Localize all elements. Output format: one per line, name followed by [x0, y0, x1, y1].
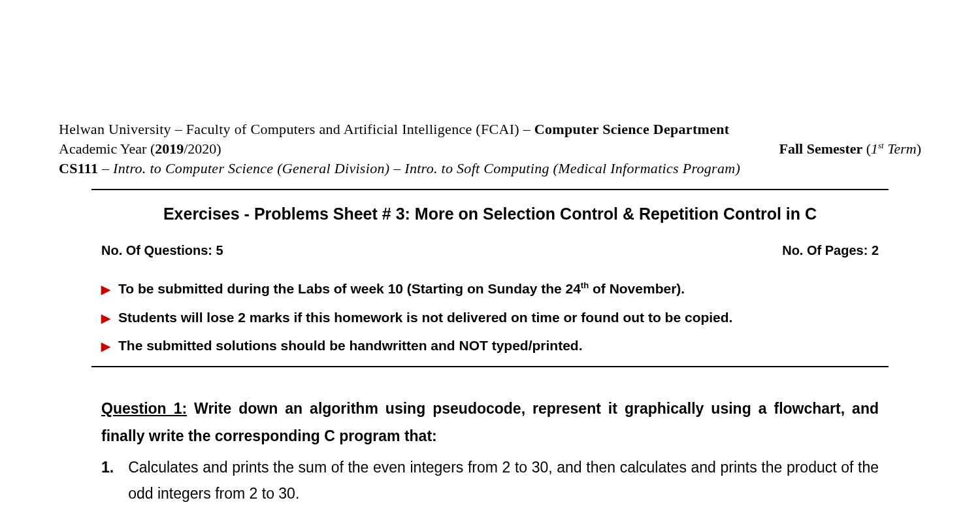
instruction-text: The submitted solutions should be handwr… — [118, 336, 583, 355]
question-prompt: Write down an algorithm using pseudocode… — [101, 400, 879, 445]
department-text: Computer Science Department — [534, 121, 730, 137]
triangle-icon: ▶ — [101, 339, 110, 355]
sub-item-text: Calculates and prints the sum of the eve… — [128, 454, 879, 507]
academic-year: Academic Year (2019/2020) — [59, 141, 221, 157]
instruction-item-3: ▶ The submitted solutions should be hand… — [101, 336, 879, 355]
semester: Fall Semester (1st Term) — [779, 141, 921, 157]
divider-line — [91, 366, 889, 367]
question-label: Question 1: — [101, 400, 187, 417]
sheet-meta-row: No. Of Questions: 5 No. Of Pages: 2 — [101, 243, 879, 258]
university-faculty-text: Helwan University – Faculty of Computers… — [59, 121, 534, 137]
num-pages: No. Of Pages: 2 — [782, 243, 879, 258]
instruction-item-2: ▶ Students will lose 2 marks if this hom… — [101, 308, 879, 327]
triangle-icon: ▶ — [101, 282, 110, 298]
question-1: Question 1: Write down an algorithm usin… — [101, 395, 879, 507]
header-line-1: Helwan University – Faculty of Computers… — [59, 121, 921, 138]
course-code: CS111 — [59, 160, 98, 176]
header-line-3: CS111 – Intro. to Computer Science (Gene… — [59, 160, 921, 177]
sub-item-number: 1. — [101, 454, 114, 507]
divider-line — [91, 189, 889, 190]
instruction-item-1: ▶ To be submitted during the Labs of wee… — [101, 279, 879, 298]
triangle-icon: ▶ — [101, 310, 110, 327]
document-page: Helwan University – Faculty of Computers… — [0, 0, 980, 506]
num-questions: No. Of Questions: 5 — [101, 243, 223, 258]
header-line-2: Academic Year (2019/2020) Fall Semester … — [59, 141, 921, 157]
instruction-text: To be submitted during the Labs of week … — [118, 279, 685, 298]
course-title: – Intro. to Computer Science (General Di… — [98, 160, 740, 176]
sheet-title: Exercises - Problems Sheet # 3: More on … — [91, 205, 889, 223]
instructions-list: ▶ To be submitted during the Labs of wee… — [101, 279, 879, 355]
question-1-sub-1: 1. Calculates and prints the sum of the … — [101, 454, 879, 507]
instruction-text: Students will lose 2 marks if this homew… — [118, 308, 732, 327]
